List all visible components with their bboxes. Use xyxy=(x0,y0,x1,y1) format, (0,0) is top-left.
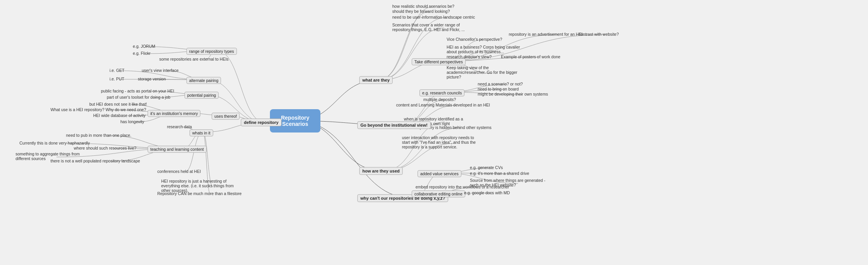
hei_wide: HEI wide database of activity xyxy=(93,113,146,118)
how_realistic: how realistic should scenarios be? xyxy=(392,4,454,9)
go_beyond_institutional: Go beyond the institutional view! xyxy=(357,121,431,129)
define_repository: define repository xyxy=(241,119,282,126)
not_well_populated: there is not a well populated repository… xyxy=(50,159,140,163)
repo_can_more: Repository CAN be much more than a files… xyxy=(157,191,242,196)
hei_doesnt_see: but HEI does not see it like that! xyxy=(89,102,147,106)
how_are_they_used: how are they used xyxy=(359,167,403,175)
research_data: research data xyxy=(167,124,192,129)
eg_research_councils: e.g. research councils xyxy=(419,89,464,96)
take_diff_perspectives: Take different perspectives xyxy=(412,58,466,65)
ie_get: i.e. GET xyxy=(110,68,125,73)
eg_generate_cvs: e.g. generate CVs xyxy=(470,165,503,170)
eg_flickr: e.g. Flickr xyxy=(133,51,151,56)
need_bring_on_board: need to bring on board xyxy=(478,87,519,91)
whats_in_it: whats in it xyxy=(190,129,213,136)
user_interaction: user interaction with repository needs t… xyxy=(402,135,476,149)
institutions_memory: it's an institution's memory xyxy=(148,110,200,117)
need_pub_more: need to pub in more than one place. xyxy=(66,133,131,138)
need_scenario: need a scenario? or not? xyxy=(478,82,523,86)
keep_taking_view: Keep taking view of the academic/researc… xyxy=(447,65,517,79)
has_longevity: has longevity xyxy=(120,119,144,124)
added_value_services: added value services xyxy=(417,170,461,177)
forward_looking: should they be forward looking? xyxy=(392,9,450,14)
might_developing: might be developing their own systems xyxy=(478,92,548,96)
conferences_hei: conferences held at HEI xyxy=(157,169,201,174)
what_are_they: what are they xyxy=(359,76,393,84)
where_resources: where should such resources live? xyxy=(74,146,136,150)
hei_repo_just_harvesting: HEI repository is just a harvesting of e… xyxy=(161,179,234,193)
example_posters: Example of posters of work done xyxy=(501,54,560,59)
public_facing: public facing - acts as portal on your H… xyxy=(101,89,174,93)
currently_haphazardly: Currently this is done very haphazardly xyxy=(19,141,90,145)
teaching_learning: teaching and learning content xyxy=(148,146,207,153)
content_learning: content and Learning Materials developed… xyxy=(396,103,490,107)
research_director: research director's view? xyxy=(447,54,492,59)
eg_jorum: e.g. JORUM xyxy=(133,44,155,49)
part_toolset: part of user's toolset for doing a job xyxy=(107,95,170,99)
range_repo_types: range of repository types xyxy=(186,48,237,55)
users_view_interface: user's view interface xyxy=(142,68,179,73)
storage_version: storage version xyxy=(138,77,166,81)
eg_google_docs: e.g. google docs with MD xyxy=(464,190,510,195)
collaborative_editing: collaborative editing online xyxy=(412,190,465,197)
vice_chancellor: Vice Chancellor's perspective? xyxy=(447,37,502,42)
scenarios_cover_wider: Scenarios that cover a wider range of re… xyxy=(392,23,465,32)
potential_pairing: potential pairing xyxy=(184,92,219,99)
alternate_pairing: alternate pairing xyxy=(186,77,221,84)
some_external: some repositories are external to HEIs xyxy=(159,57,229,61)
embed_repo_workflows: embed repository into the workflows of a… xyxy=(416,185,509,189)
repo_advertisement: repository is an advertisement for an HE… xyxy=(509,32,583,37)
user_info_landscape: need to be user-information landscape ce… xyxy=(392,15,475,19)
contrast_website: contrast with website? xyxy=(579,32,619,37)
ie_put: i.e. PUT xyxy=(110,77,124,81)
hei_as_business: HEI as a business? Corps being cavalier … xyxy=(447,45,520,54)
mindmap-lines xyxy=(0,0,868,265)
mindmap-canvas: Repository Scenariosdefine repositoryuse… xyxy=(0,0,868,265)
uses_thereof: uses thereof xyxy=(212,113,240,120)
eg_more_shared_drive: e.g. it's more than a shared drive xyxy=(470,171,529,176)
what_use_hei: What use is a HEI repository? Why do we … xyxy=(50,107,146,112)
multiple_deposits: multiple deposits? xyxy=(423,97,456,102)
